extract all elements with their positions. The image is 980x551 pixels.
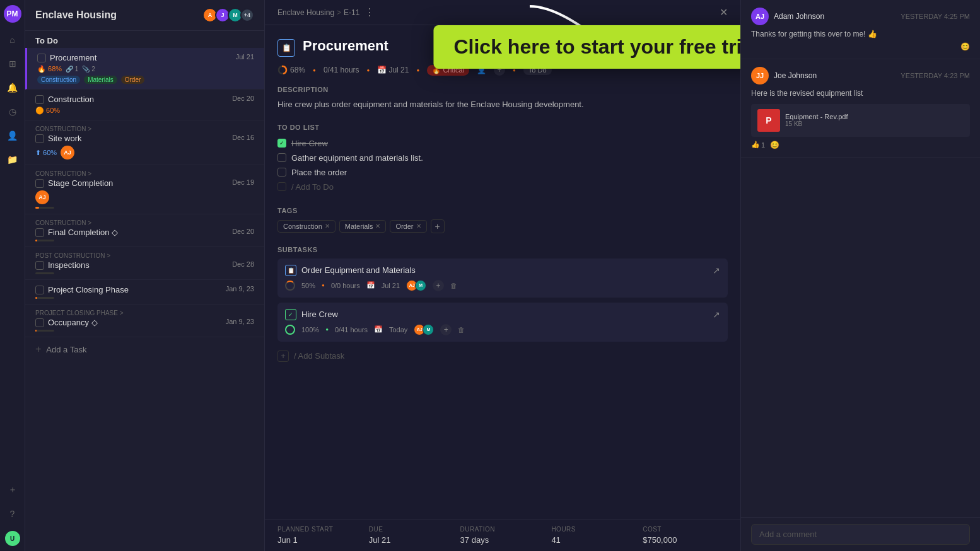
task-checkbox-final[interactable] — [35, 228, 44, 237]
tag-chip-order[interactable]: Order ✕ — [390, 220, 426, 233]
task-checkbox-inspections[interactable] — [35, 261, 44, 270]
comments-panel: AJ Adam Johnson YESTERDAY 4:25 PM Thanks… — [740, 0, 980, 551]
user-avatar-icon[interactable]: U — [5, 531, 20, 546]
todo-item-0[interactable]: ✓ Hire Crew — [277, 136, 728, 151]
task-checkbox-site-work[interactable] — [35, 134, 44, 143]
comment-input[interactable] — [751, 524, 970, 545]
subtask-ring-0 — [285, 281, 295, 291]
comment-item-1: JJ Joe Johnson YESTERDAY 4:23 PM Here is… — [741, 59, 980, 158]
description-section-label: DESCRIPTION — [277, 86, 728, 93]
add-todo-row[interactable]: / Add To Do — [277, 180, 728, 194]
app-logo[interactable]: PM — [4, 5, 21, 23]
task-item-site-work[interactable]: Construction > Site work Dec 16 ⬆ 60% AJ — [25, 120, 264, 165]
footer-cost: COST $750,000 — [643, 526, 728, 545]
detail-dot-3: ● — [416, 67, 419, 73]
tag-chip-materials[interactable]: Materials ✕ — [339, 220, 387, 233]
subtask-add-1[interactable]: + — [440, 324, 452, 335]
subtask-expand-0[interactable]: ↗ — [713, 265, 720, 276]
todo-item-2[interactable]: Place the order — [277, 165, 728, 180]
task-meta-comment: 🔗 1 — [66, 66, 78, 72]
comment-attachment-1[interactable]: P Equipment - Rev.pdf 15 KB — [751, 104, 970, 137]
bell-icon[interactable]: 🔔 — [6, 81, 20, 95]
footer-hours: HOURS 41 — [551, 526, 636, 545]
task-item-inspections[interactable]: Post Construction > Inspections Dec 28 — [25, 247, 264, 280]
tag-remove-construction[interactable]: ✕ — [325, 223, 330, 229]
task-checkbox-stage[interactable] — [35, 179, 44, 188]
tag-remove-order[interactable]: ✕ — [416, 223, 421, 229]
tag-remove-materials[interactable]: ✕ — [375, 223, 380, 229]
emoji-reaction-icon-0[interactable]: 😊 — [960, 42, 970, 51]
todo-item-1[interactable]: Gather equipment and materials list. — [277, 151, 728, 165]
add-subtask-row[interactable]: + / Add Subtask — [277, 347, 728, 366]
comment-time-0: YESTERDAY 4:25 PM — [901, 13, 970, 20]
breadcrumb-project[interactable]: Enclave Housing — [277, 8, 334, 17]
comment-item-0: AJ Adam Johnson YESTERDAY 4:25 PM Thanks… — [741, 0, 980, 59]
clock-icon[interactable]: ◷ — [6, 105, 20, 119]
footer-due: DUE Jul 21 — [369, 526, 454, 545]
folder-icon[interactable]: 📁 — [6, 153, 20, 166]
help-icon[interactable]: ? — [6, 507, 20, 521]
comment-header-1: JJ Joe Johnson YESTERDAY 4:23 PM — [751, 67, 970, 84]
comment-header-0: AJ Adam Johnson YESTERDAY 4:25 PM — [751, 8, 970, 25]
todo-text-0: Hire Crew — [291, 139, 328, 148]
progress-bar-occupancy — [35, 330, 54, 332]
task-checkbox-occupancy[interactable] — [35, 318, 44, 327]
todo-checkbox-0[interactable]: ✓ — [277, 139, 286, 148]
tags-section: TAGS Construction ✕ Materials ✕ Order ✕ … — [277, 207, 728, 233]
tag-chip-construction[interactable]: Construction ✕ — [277, 220, 335, 233]
breadcrumb-task-id: E-11 — [344, 8, 359, 17]
reaction-thumbs-up-1[interactable]: 👍 1 — [751, 141, 765, 149]
subtask-add-0[interactable]: + — [433, 280, 444, 291]
todo-checkbox-1[interactable] — [277, 153, 286, 162]
task-date-final: Dec 20 — [232, 228, 254, 235]
detail-more-button[interactable]: ⋮ — [365, 6, 375, 18]
task-checkbox-procurement[interactable] — [37, 54, 46, 62]
task-item-stage-completion[interactable]: Construction > Stage Completion Dec 19 A… — [25, 165, 264, 214]
subtask-delete-1[interactable]: 🗑 — [458, 326, 465, 334]
task-name-closing: Project Closing Phase — [48, 285, 129, 294]
detail-title-row: 📋 Procurement Done — [277, 38, 728, 57]
todo-checkbox-2[interactable] — [277, 168, 286, 177]
progress-bar-inspections — [35, 272, 54, 274]
add-task-label: Add a Task — [46, 345, 86, 354]
people-icon[interactable]: 👤 — [6, 129, 20, 142]
task-date-site-work: Dec 16 — [232, 134, 254, 141]
add-task-plus-icon: + — [35, 344, 41, 355]
footer-value-hours: 41 — [551, 535, 636, 545]
task-item-occupancy[interactable]: Project Closing Phase > Occupancy ◇ Jan … — [25, 304, 264, 337]
subtask-meta-1: 100% ● 0/41 hours 📅 Today AJ M + 🗑 — [285, 324, 720, 335]
subtask-cal-icon-1: 📅 — [374, 325, 383, 334]
icon-sidebar: PM ⌂ ⊞ 🔔 ◷ 👤 📁 ＋ ? U — [0, 0, 25, 551]
subtask-expand-1[interactable]: ↗ — [713, 310, 720, 320]
home-icon[interactable]: ⌂ — [6, 33, 20, 47]
subtask-delete-0[interactable]: 🗑 — [450, 282, 457, 289]
comment-reactions-1: 👍 1 😊 — [751, 141, 970, 149]
comment-input-area — [741, 517, 980, 551]
add-tag-button[interactable]: + — [431, 219, 445, 233]
add-task-row[interactable]: + Add a Task — [25, 337, 264, 361]
emoji-reaction-icon-1[interactable]: 😊 — [770, 141, 779, 149]
subtask-date-1: Today — [389, 326, 407, 334]
task-name-final: Final Completion ◇ — [48, 228, 118, 237]
detail-close-button[interactable]: ✕ — [720, 6, 728, 18]
detail-title: Procurement — [303, 38, 685, 54]
task-item-closing-phase[interactable]: Project Closing Phase Jan 9, 23 — [25, 280, 264, 304]
add-assignee-button[interactable]: + — [494, 64, 505, 76]
subtask-avatar-0b: M — [415, 280, 426, 291]
add-icon[interactable]: ＋ — [6, 483, 20, 497]
grid-icon[interactable]: ⊞ — [6, 57, 20, 71]
task-date-inspections: Dec 28 — [232, 260, 254, 268]
comment-text-1: Here is the revised equipment list — [751, 88, 970, 99]
attachment-info-1: Equipment - Rev.pdf 15 KB — [785, 113, 848, 127]
task-item-procurement[interactable]: Procurement Jul 21 🔥 68% 🔗 1 📎 2 Constru… — [25, 48, 264, 90]
task-checkbox-construction[interactable] — [35, 95, 44, 104]
done-button[interactable]: Done — [693, 38, 728, 53]
progress-bar-stage — [35, 207, 54, 209]
subtask-header-1: ✓ Hire Crew ↗ — [285, 309, 720, 320]
task-item-final-completion[interactable]: Construction > Final Completion ◇ Dec 20 — [25, 214, 264, 247]
attachment-name-1: Equipment - Rev.pdf — [785, 113, 848, 120]
task-date-occupancy: Jan 9, 23 — [226, 318, 254, 325]
task-checkbox-closing[interactable] — [35, 286, 44, 294]
task-item-construction[interactable]: Construction Dec 20 🟠 60% — [25, 90, 264, 120]
footer-value-duration: 37 days — [460, 535, 545, 545]
